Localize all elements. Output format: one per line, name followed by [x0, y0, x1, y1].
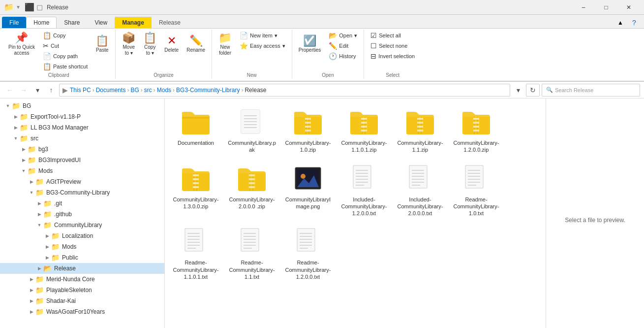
sidebar-item-wasagoatfor10years[interactable]: ▶📁WasAGoatFor10Years	[0, 306, 164, 317]
tab-share[interactable]: Share	[57, 17, 87, 28]
file-item[interactable]: Included-CommunityLibrary-1.2.0.0.txt	[337, 159, 391, 221]
refresh-button[interactable]: ↻	[526, 84, 540, 97]
new-folder-button[interactable]: 📁 Newfolder	[215, 31, 235, 58]
sidebar-item-agttpreview[interactable]: ▶📁AGtTPreview	[0, 176, 164, 187]
properties-button[interactable]: ☑️ Properties	[295, 31, 325, 58]
file-item[interactable]: CommunityLibrary.pak	[225, 102, 279, 157]
sidebar-item-git[interactable]: ▶📁.git	[0, 198, 164, 209]
sidebar-item-label: Localization	[62, 232, 93, 239]
paste-shortcut-button[interactable]: 📋 Paste shortcut	[39, 62, 91, 71]
tab-file[interactable]: File	[2, 17, 26, 28]
tab-home[interactable]: Home	[26, 17, 57, 28]
file-item[interactable]: CommunityLibrary-1.0.zip	[281, 102, 335, 157]
file-item[interactable]: CommunityLibraryImage.png	[281, 159, 335, 221]
sidebar-item-llbg3modmanager[interactable]: ▶📁LL BG3 Mod Manager	[0, 122, 164, 133]
nav-forward-button[interactable]: →	[18, 84, 30, 96]
copy-to-button[interactable]: 📋 Copyto ▾	[140, 31, 160, 58]
breadcrumb-bg[interactable]: BG	[130, 87, 139, 94]
help-button[interactable]: ?	[628, 17, 640, 28]
tab-manage[interactable]: Manage	[115, 17, 152, 28]
breadcrumb[interactable]: ▶ This PC › Documents › BG › src › Mods …	[59, 84, 510, 97]
history-button[interactable]: 🕐 History	[325, 51, 361, 61]
breadcrumb-src[interactable]: src	[144, 87, 152, 94]
sidebar-item-bg3[interactable]: ▶📁bg3	[0, 144, 164, 155]
sidebar-item-mods[interactable]: ▼📁Mods	[0, 165, 164, 176]
sidebar-item-label: BG3ImprovedUI	[38, 157, 81, 164]
breadcrumb-documents[interactable]: Documents	[96, 87, 126, 94]
sidebar-item-release[interactable]: ▶📂Release	[0, 263, 164, 274]
ribbon-collapse-button[interactable]: ▲	[614, 17, 626, 28]
file-icon-folder	[180, 106, 212, 137]
invert-selection-button[interactable]: ⊟ Invert selection	[367, 51, 418, 61]
folder-icon: 📁	[51, 243, 60, 251]
sidebar-item-mods[interactable]: ▶📁Mods	[0, 241, 164, 252]
maximize-button[interactable]: □	[595, 0, 617, 15]
file-item[interactable]: Readme-CommunityLibrary-1.0.txt	[449, 159, 503, 221]
copy-path-button[interactable]: 📄 Copy path	[39, 51, 91, 61]
file-item[interactable]: Included-CommunityLibrary-2.0.0.0.txt	[393, 159, 447, 221]
dropdown-button[interactable]: ▾	[512, 84, 524, 96]
ribbon-group-organize: 📦 Moveto ▾ 📋 Copyto ▾ ✕ Delete ✏️ Rename…	[116, 30, 212, 79]
sidebar-item-playableskeleton[interactable]: ▶📁PlayableSkeleton	[0, 285, 164, 295]
file-item[interactable]: CommunityLibrary-1.3.0.0.zip	[169, 159, 223, 221]
paste-button[interactable]: 📋 Paste	[92, 31, 112, 58]
folder-icon: 📁	[43, 199, 52, 207]
cut-button[interactable]: ✂ Cut	[39, 41, 91, 51]
ribbon-group-new: 📁 Newfolder 📄 New item ▾ ⭐ Easy access ▾…	[212, 30, 292, 79]
file-item[interactable]: CommunityLibrary-1.2.0.0.zip	[449, 102, 503, 157]
file-item[interactable]: Readme-CommunityLibrary-1.1.0.1.txt	[169, 222, 223, 284]
breadcrumb-bg3cl[interactable]: BG3-Community-Library	[176, 87, 240, 94]
pin-to-quick-access-button[interactable]: 📌 Pin to Quickaccess	[5, 31, 38, 58]
close-button[interactable]: ✕	[617, 0, 640, 15]
copy-button[interactable]: 📋 Copy	[39, 31, 91, 40]
tab-view[interactable]: View	[87, 17, 115, 28]
file-name: CommunityLibrary-1.1.0.1.zip	[339, 139, 389, 154]
breadcrumb-mods[interactable]: Mods	[157, 87, 171, 94]
sidebar-item-bg[interactable]: ▼📁BG	[0, 100, 164, 111]
svg-rect-58	[297, 229, 315, 251]
sidebar-item-label: LL BG3 Mod Manager	[31, 124, 89, 131]
search-box[interactable]: 🔍 Search Release	[542, 84, 640, 97]
edit-label: Edit	[339, 43, 348, 49]
file-icon-txt	[404, 163, 436, 194]
folder-icon: 📁	[35, 286, 44, 294]
file-item[interactable]: CommunityLibrary-2.0.0.0 .zip	[225, 159, 279, 221]
sidebar-item-meridnundacore[interactable]: ▶📁Merid-Nunda Core	[0, 274, 164, 285]
file-item[interactable]: CommunityLibrary-1.1.zip	[393, 102, 447, 157]
select-none-button[interactable]: ☐ Select none	[367, 41, 418, 51]
sidebar-item-public[interactable]: ▶📁Public	[0, 252, 164, 263]
minimize-button[interactable]: –	[572, 0, 595, 15]
file-item[interactable]: Readme-CommunityLibrary-1.1.txt	[225, 222, 279, 284]
sidebar-item-communitylibrary[interactable]: ▼📁CommunityLibrary	[0, 220, 164, 230]
window-controls: – □ ✕	[572, 0, 640, 15]
sidebar-item-localization[interactable]: ▶📁Localization	[0, 230, 164, 241]
edit-button[interactable]: ✏️ Edit	[325, 41, 361, 51]
sidebar-item-bg3communitylibrary[interactable]: ▼📁BG3-Community-Library	[0, 187, 164, 198]
sidebar-item-bg3improvedui[interactable]: ▶📁BG3ImprovedUI	[0, 155, 164, 165]
file-item[interactable]: Documentation	[169, 102, 223, 157]
rename-button[interactable]: ✏️ Rename	[183, 31, 209, 58]
nav-up-button[interactable]: ↑	[45, 84, 57, 96]
sidebar-item-github[interactable]: ▶📁.github	[0, 209, 164, 220]
folder-icon: 📁	[20, 113, 29, 121]
nav-recent-button[interactable]: ▾	[31, 84, 43, 96]
easy-access-button[interactable]: ⭐ Easy access ▾	[236, 41, 289, 51]
delete-button[interactable]: ✕ Delete	[161, 31, 182, 58]
move-to-button[interactable]: 📦 Moveto ▾	[119, 31, 139, 58]
select-none-label: Select none	[379, 43, 407, 49]
new-item-button[interactable]: 📄 New item ▾	[236, 31, 289, 40]
sidebar-item-shadarkai[interactable]: ▶📁Shadar-Kai	[0, 295, 164, 306]
nav-back-button[interactable]: ←	[4, 84, 16, 96]
sidebar-item-exporttoolv118p[interactable]: ▶📁ExportTool-v1.18-P	[0, 111, 164, 122]
sidebar-item-src[interactable]: ▼📁src	[0, 133, 164, 144]
file-item[interactable]: CommunityLibrary-1.1.0.1.zip	[337, 102, 391, 157]
properties-icon: ☑️	[303, 35, 316, 46]
select-all-button[interactable]: ☑ Select all	[367, 31, 418, 40]
easy-access-label: Easy access	[250, 43, 280, 49]
open-button[interactable]: 📂 Open ▾	[325, 31, 361, 40]
tab-release[interactable]: Release	[152, 17, 188, 28]
sidebar: ▼📁BG▶📁ExportTool-v1.18-P▶📁LL BG3 Mod Man…	[0, 98, 165, 328]
file-item[interactable]: Readme-CommunityLibrary-1.2.0.0.txt	[281, 222, 335, 284]
expand-icon: ▶	[35, 266, 43, 271]
breadcrumb-this-pc[interactable]: This PC	[70, 87, 91, 94]
